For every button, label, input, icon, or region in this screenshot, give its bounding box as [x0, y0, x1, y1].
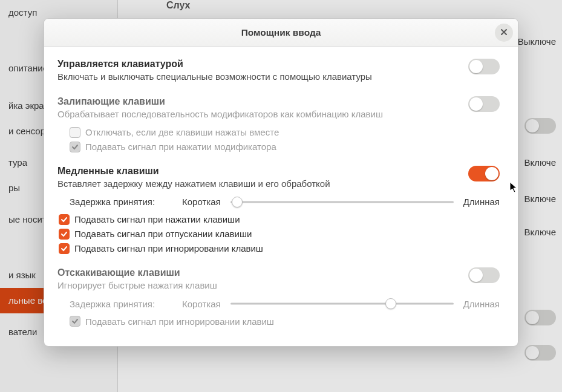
- slider-min-label: Короткая: [182, 299, 221, 309]
- checkbox-label[interactable]: Подавать сигнал при игнорировании клавиш: [74, 243, 263, 253]
- slider-label: Задержка принятия:: [70, 299, 172, 309]
- slider-min-label: Короткая: [182, 197, 221, 207]
- section-desc: Включать и выключать специальные возможн…: [57, 71, 372, 83]
- sticky-beep-modifier-checkbox[interactable]: [70, 142, 80, 152]
- slider-label: Задержка принятия:: [70, 197, 172, 207]
- section-desc: Обрабатывает последовательность модифика…: [57, 108, 383, 120]
- checkbox-label[interactable]: Подавать сигнал при отпускании клавиши: [74, 229, 252, 239]
- slow-keys-toggle[interactable]: [468, 166, 500, 181]
- modal-overlay: Помощник ввода Управляется клавиатурой В…: [0, 0, 562, 392]
- close-icon: [500, 27, 508, 38]
- section-title: Залипающие клавиши: [57, 96, 383, 107]
- sticky-keys-toggle[interactable]: [468, 96, 500, 112]
- slow-beep-release-checkbox[interactable]: [59, 229, 70, 240]
- keyboard-control-toggle[interactable]: [468, 59, 500, 74]
- checkbox-label[interactable]: Подавать сигнал при нажатии клавиши: [74, 214, 240, 224]
- section-desc: Вставляет задержку между нажатием клавиш…: [57, 178, 330, 190]
- section-keyboard-control: Управляется клавиатурой Включать и выклю…: [57, 59, 500, 83]
- slider-max-label: Длинная: [463, 197, 500, 207]
- checkbox-label: Подавать сигнал при игнорировании клавиш: [85, 316, 274, 327]
- section-bounce-keys: Отскакивающие клавиши Игнорирует быстрые…: [57, 267, 500, 327]
- bounce-beep-reject-checkbox[interactable]: [70, 316, 80, 327]
- close-button[interactable]: [495, 24, 513, 42]
- dialog-header: Помощник ввода: [44, 19, 518, 47]
- dialog-title: Помощник ввода: [241, 27, 321, 38]
- slider-max-label: Длинная: [463, 299, 500, 309]
- typing-assist-dialog: Помощник ввода Управляется клавиатурой В…: [44, 18, 518, 347]
- checkbox-label: Отключать, если две клавиши нажаты вмест…: [85, 127, 279, 137]
- bounce-keys-toggle[interactable]: [468, 267, 500, 283]
- slow-keys-delay-slider[interactable]: [230, 196, 454, 208]
- bounce-keys-delay-slider[interactable]: [230, 298, 454, 310]
- section-slow-keys: Медленные клавиши Вставляет задержку меж…: [57, 166, 500, 254]
- dialog-body: Управляется клавиатурой Включать и выклю…: [44, 47, 518, 346]
- section-title: Управляется клавиатурой: [57, 59, 372, 70]
- slow-beep-press-checkbox[interactable]: [59, 214, 70, 225]
- section-desc: Игнорирует быстрые нажатия клавиш: [57, 279, 217, 292]
- section-title: Отскакивающие клавиши: [57, 267, 217, 278]
- section-sticky-keys: Залипающие клавиши Обрабатывает последов…: [57, 96, 500, 152]
- sticky-disable-two-checkbox[interactable]: [70, 127, 80, 138]
- checkbox-label: Подавать сигнал при нажатии модификатора: [85, 142, 276, 152]
- section-title: Медленные клавиши: [57, 166, 330, 177]
- slow-beep-reject-checkbox[interactable]: [59, 243, 70, 254]
